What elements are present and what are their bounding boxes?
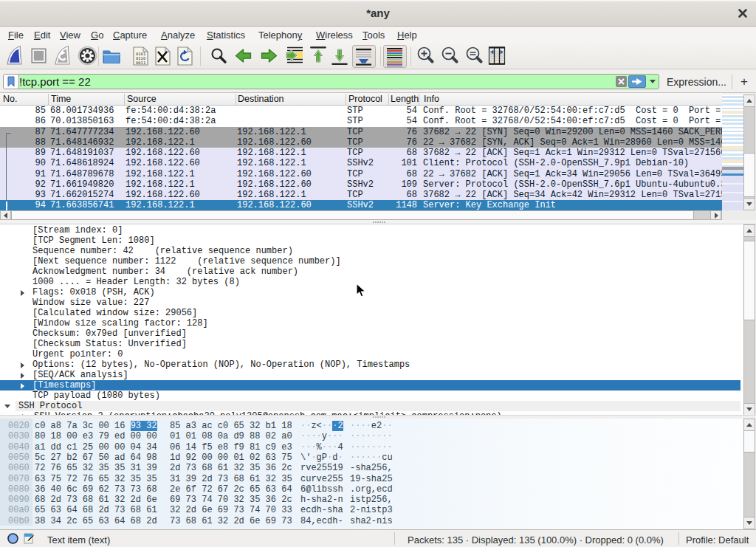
svg-text:0011: 0011 [136,61,145,65]
